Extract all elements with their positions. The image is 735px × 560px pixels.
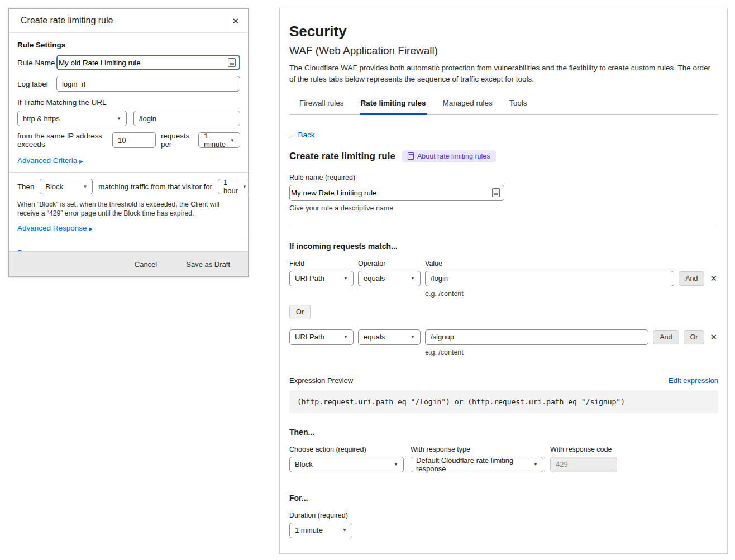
action-select[interactable]: Block ▼	[40, 179, 93, 194]
form-title: Create rate limiting rule	[289, 151, 395, 162]
url-pattern-input[interactable]	[133, 111, 240, 126]
close-icon[interactable]: ✕	[232, 17, 239, 25]
chevron-down-icon: ▼	[411, 276, 415, 281]
requests-per-label: requests per	[161, 132, 193, 149]
autofill-icon	[228, 58, 236, 67]
rule-settings-heading: Rule Settings	[17, 41, 240, 49]
traffic-match-label: If Traffic Matching the URL	[17, 98, 240, 107]
match-section-title: If incoming requests match...	[289, 242, 718, 251]
response-code-label: With response code	[550, 446, 617, 453]
action-row: Block ▼ Default Cloudflare rate limiting…	[289, 457, 718, 472]
threshold-prefix-label: from the same IP address exceeds	[17, 132, 107, 149]
chevron-down-icon: ▼	[411, 334, 415, 339]
duration-select[interactable]: 1 minute ▼	[289, 523, 352, 538]
chevron-right-icon: ▶	[79, 159, 83, 164]
log-label-input[interactable]	[56, 76, 240, 92]
remove-criteria-icon[interactable]: ✕	[709, 274, 718, 283]
or-connector-button[interactable]: Or	[289, 305, 311, 319]
operator-column-label: Operator	[358, 260, 421, 267]
modal-footer: Cancel Save as Draft	[9, 251, 248, 276]
log-label-row: Log label	[17, 76, 240, 92]
modal-header: Create rate limiting rule ✕	[9, 9, 248, 33]
value-input[interactable]	[425, 329, 648, 345]
rule-name-row: Rule Name	[17, 55, 240, 70]
value-helper: e.g. /content	[425, 290, 718, 298]
tab-firewall-rules[interactable]: Firewall rules	[298, 97, 345, 115]
divider	[9, 172, 248, 173]
save-as-draft-button[interactable]: Save as Draft	[183, 260, 233, 269]
waf-tabs: Firewall rules Rate limiting rules Manag…	[289, 97, 718, 115]
page-title: Security	[289, 23, 718, 40]
chevron-right-icon: ▶	[89, 226, 93, 232]
threshold-input[interactable]	[112, 132, 156, 148]
or-button[interactable]: Or	[684, 330, 705, 344]
rule-name-label: Rule name (required)	[289, 174, 718, 181]
rule-name-field-wrap	[56, 55, 240, 70]
rule-name-helper: Give your rule a descriptive name	[289, 204, 718, 212]
block-duration-select[interactable]: 1 hour ▼	[218, 179, 248, 194]
chevron-down-icon: ▼	[83, 184, 87, 189]
create-rate-limiting-rule-modal: Create rate limiting rule ✕ Rule Setting…	[8, 8, 249, 277]
advanced-criteria-link[interactable]: Advanced Criteria ▶	[17, 156, 83, 165]
chevron-down-icon: ▼	[242, 184, 247, 189]
field-select[interactable]: URI Path ▼	[289, 329, 354, 345]
log-label: Log label	[17, 80, 56, 88]
value-input[interactable]	[425, 271, 674, 286]
criteria-column-labels: Field Operator Value	[289, 260, 718, 267]
duration-label: Duration (required)	[289, 511, 718, 519]
edit-expression-link[interactable]: Edit expression	[669, 376, 718, 385]
security-waf-panel: Security WAF (Web Application Firewall) …	[279, 8, 728, 554]
scheme-select[interactable]: http & https ▼	[17, 111, 127, 126]
modal-body: Rule Settings Rule Name Log label If Tra…	[9, 33, 248, 251]
cancel-button[interactable]: Cancel	[131, 260, 160, 269]
back-link[interactable]: ← Back	[289, 131, 315, 139]
choose-action-label: Choose action (required)	[289, 446, 404, 453]
chevron-down-icon: ▼	[117, 116, 121, 121]
divider	[9, 240, 248, 240]
rule-name-input[interactable]	[290, 186, 492, 200]
then-row: Then Block ▼ matching traffic from that …	[17, 179, 240, 194]
action-column-labels: Choose action (required) With response t…	[289, 446, 718, 453]
field-column-label: Field	[289, 260, 354, 267]
choose-action-select[interactable]: Block ▼	[289, 457, 404, 472]
arrow-left-icon: ←	[289, 131, 297, 139]
value-helper: e.g. /content	[425, 348, 718, 356]
form-title-row: Create rate limiting rule About rate lim…	[289, 150, 718, 162]
threshold-row: from the same IP address exceeds request…	[17, 132, 240, 149]
and-button[interactable]: And	[653, 330, 679, 344]
operator-select[interactable]: equals ▼	[358, 271, 421, 286]
and-button[interactable]: And	[679, 271, 704, 286]
about-rate-limiting-rules-link[interactable]: About rate limiting rules	[402, 150, 496, 162]
advanced-response-link[interactable]: Advanced Response ▶	[17, 224, 93, 232]
then-label: Then	[17, 183, 34, 191]
url-match-row: http & https ▼	[17, 111, 240, 126]
chevron-down-icon: ▼	[342, 528, 347, 533]
chevron-down-icon: ▼	[343, 334, 348, 339]
tab-rate-limiting-rules[interactable]: Rate limiting rules	[360, 97, 427, 115]
rule-name-field-wrap	[289, 185, 504, 201]
response-type-select[interactable]: Default Cloudflare rate limiting respons…	[411, 457, 543, 472]
chevron-down-icon: ▼	[394, 462, 398, 467]
autofill-icon	[492, 188, 500, 197]
rule-name-label: Rule Name	[17, 59, 56, 67]
operator-select[interactable]: equals ▼	[358, 329, 421, 345]
page-description: The Cloudflare WAF provides both automat…	[289, 63, 718, 85]
chevron-down-icon: ▼	[533, 462, 538, 467]
response-type-label: With response type	[411, 446, 543, 453]
tab-managed-rules[interactable]: Managed rules	[442, 97, 494, 115]
block-note: When “Block” is set, when the threshold …	[17, 200, 240, 218]
for-section-title: For...	[289, 494, 718, 502]
response-code-input	[550, 457, 617, 472]
tab-tools[interactable]: Tools	[508, 97, 528, 115]
remove-criteria-icon[interactable]: ✕	[709, 333, 718, 341]
doc-icon	[408, 152, 414, 160]
value-column-label: Value	[425, 260, 442, 267]
then-middle-label: matching traffic from that visitor for	[98, 183, 212, 191]
divider	[289, 227, 718, 227]
field-select[interactable]: URI Path ▼	[289, 271, 354, 286]
then-section-title: Then...	[289, 428, 718, 437]
expression-code: (http.request.uri.path eq "/login") or (…	[289, 390, 718, 413]
criteria-row: URI Path ▼ equals ▼ And Or ✕	[289, 329, 718, 345]
period-select[interactable]: 1 minute ▼	[198, 132, 240, 148]
rule-name-input[interactable]	[58, 56, 228, 69]
